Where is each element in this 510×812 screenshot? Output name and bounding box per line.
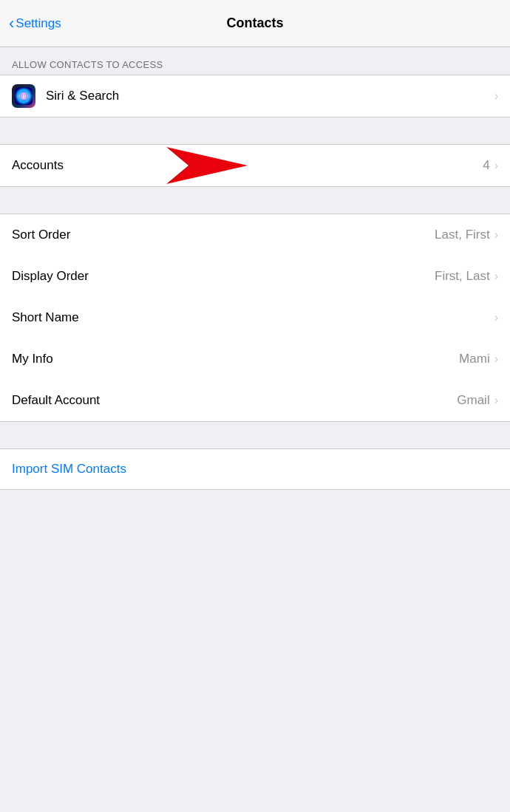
my-info-label: My Info <box>12 352 459 366</box>
sort-order-label: Sort Order <box>12 228 435 242</box>
accounts-chevron-icon: › <box>494 160 498 171</box>
siri-icon <box>12 84 35 108</box>
allow-access-header: ALLOW CONTACTS TO ACCESS <box>0 47 510 75</box>
allow-access-table: Siri & Search › <box>0 75 510 117</box>
siri-search-label: Siri & Search <box>46 89 494 103</box>
back-button[interactable]: ‹ Settings <box>9 16 61 32</box>
default-account-value: Gmail <box>457 393 489 408</box>
bottom-spacer <box>0 490 510 549</box>
display-order-row[interactable]: Display Order First, Last › <box>0 256 510 297</box>
back-chevron-icon: ‹ <box>9 16 14 32</box>
sort-order-row[interactable]: Sort Order Last, First › <box>0 214 510 256</box>
display-order-value: First, Last <box>435 269 490 284</box>
my-info-value: Mami <box>459 352 490 366</box>
my-info-chevron-icon: › <box>494 353 498 365</box>
sort-order-chevron-icon: › <box>494 229 498 241</box>
page-title: Contacts <box>226 16 283 31</box>
short-name-row[interactable]: Short Name › <box>0 297 510 338</box>
spacer-3 <box>0 422 510 448</box>
default-account-label: Default Account <box>12 393 457 408</box>
spacer-1 <box>0 117 510 144</box>
default-account-row[interactable]: Default Account Gmail › <box>0 380 510 421</box>
import-sim-contacts-row[interactable]: Import SIM Contacts <box>0 448 510 490</box>
siri-row-chevron-icon: › <box>494 90 498 102</box>
sort-order-value: Last, First <box>435 228 490 242</box>
allow-access-section: ALLOW CONTACTS TO ACCESS <box>0 47 510 117</box>
import-sim-contacts-label: Import SIM Contacts <box>12 462 126 477</box>
navigation-bar: ‹ Settings Contacts <box>0 0 510 47</box>
short-name-chevron-icon: › <box>494 312 498 324</box>
siri-search-row[interactable]: Siri & Search › <box>0 75 510 117</box>
display-order-label: Display Order <box>12 269 435 284</box>
default-account-chevron-icon: › <box>494 395 498 406</box>
accounts-section: Accounts 4 › <box>0 144 510 187</box>
accounts-value: 4 <box>483 158 489 173</box>
spacer-2 <box>0 187 510 214</box>
short-name-label: Short Name <box>12 310 490 325</box>
accounts-label: Accounts <box>12 158 483 173</box>
display-order-chevron-icon: › <box>494 270 498 282</box>
my-info-row[interactable]: My Info Mami › <box>0 338 510 380</box>
svg-point-4 <box>23 95 25 98</box>
back-label: Settings <box>16 16 61 31</box>
contacts-settings-table: Sort Order Last, First › Display Order F… <box>0 214 510 422</box>
accounts-row[interactable]: Accounts 4 › <box>0 145 510 186</box>
